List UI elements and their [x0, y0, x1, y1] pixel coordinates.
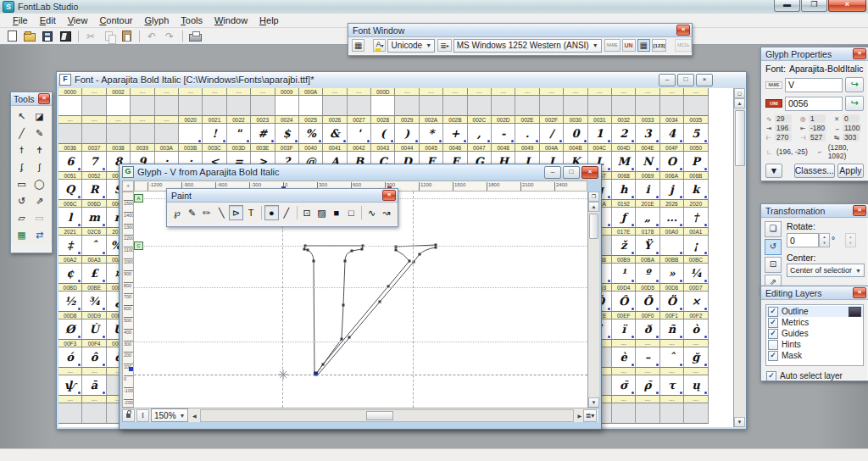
names-mode-button[interactable]: A▾ — [373, 39, 386, 52]
glyph-cell[interactable] — [58, 96, 82, 116]
glyph-vscrollbar[interactable]: ❐ ▲ ▼ — [587, 192, 599, 408]
glyph-cell[interactable] — [468, 96, 492, 116]
generate-names-button[interactable]: ABCD▸ — [675, 39, 692, 52]
glyph-cell[interactable] — [58, 403, 82, 424]
secondary-spinner[interactable]: ▲▼ — [845, 233, 856, 247]
scroll-down-arrow[interactable]: ▼ — [734, 417, 745, 427]
glyph-cell[interactable]: k — [684, 180, 708, 200]
glyph-cell[interactable]: . — [515, 124, 539, 144]
scale-tool[interactable]: ⇗ — [31, 192, 48, 209]
glyph-cell[interactable]: 1 — [588, 124, 612, 144]
font-window-toolbar-titlebar[interactable]: Font Window × — [348, 24, 692, 37]
table-view-button[interactable]: ▦ — [352, 39, 364, 52]
scroll-up-arrow[interactable]: ▲ — [734, 98, 745, 108]
glyph-cell[interactable]: ƒ — [612, 208, 636, 228]
save-button[interactable] — [39, 29, 56, 43]
glyph-cell[interactable]: ½ — [58, 292, 82, 312]
glyph-cell[interactable]: - — [492, 124, 515, 144]
rectangle-tool[interactable]: ▭ — [13, 175, 31, 192]
caps-marker[interactable]: C — [134, 242, 143, 250]
cell-size-button[interactable]: ◻ — [734, 88, 745, 98]
editing-layers-titlebar[interactable]: Editing Layers × — [761, 286, 868, 300]
glyph-cell[interactable] — [323, 96, 347, 116]
glyph-cell[interactable]: „ — [636, 208, 659, 228]
layer-checkbox-metrics[interactable]: ✓ — [768, 318, 778, 328]
glyph-cell[interactable]: Ô — [612, 292, 636, 312]
contour-edit-tool[interactable]: ⊳ — [229, 205, 242, 220]
layer-checkbox-mask[interactable]: ✓ — [768, 351, 778, 361]
glyph-cell[interactable] — [82, 124, 106, 144]
menu-help[interactable]: Help — [253, 15, 285, 25]
save-all-button[interactable] — [57, 29, 74, 43]
apply-button[interactable]: Apply — [837, 164, 864, 178]
vectorpaint-tool[interactable]: ▦ — [13, 226, 31, 243]
glyph-cell[interactable]: 0 — [564, 124, 587, 144]
glyph-cell[interactable]: $ — [275, 124, 299, 144]
glyph-cell[interactable]: ρ̄ — [636, 375, 659, 396]
glyph-cell[interactable] — [227, 96, 251, 116]
glyph-cell[interactable]: ¡ — [684, 236, 708, 256]
glyph-cell[interactable]: ) — [395, 124, 419, 144]
copy-button[interactable] — [100, 29, 117, 43]
lasso-tool[interactable]: ℘ — [170, 205, 184, 220]
glyph-cell[interactable]: ¼ — [684, 264, 708, 284]
layer-row-metrics[interactable]: ✓Metrics — [766, 317, 863, 328]
glyph-cell[interactable]: Õ — [636, 292, 659, 312]
codepage-select[interactable]: MS Windows 1252 Western (ANSI)▼ — [453, 39, 602, 53]
rotate-input[interactable]: 0 — [787, 233, 819, 247]
pen-tool[interactable]: ✎ — [185, 205, 198, 220]
glyph-cell[interactable]: Ö — [660, 292, 684, 312]
glyph-cell[interactable]: ð — [636, 319, 659, 340]
layer-checkbox-hints[interactable] — [768, 340, 778, 350]
glyph-cell[interactable]: ˆ — [82, 236, 106, 256]
slant-tool[interactable]: ▱ — [13, 209, 31, 226]
curve-trace-tool[interactable]: ↝ — [380, 205, 393, 220]
glyph-cell[interactable]: ó — [58, 347, 82, 368]
fill-black-tool[interactable]: ■ — [330, 205, 343, 220]
glyph-cell[interactable]: m — [82, 208, 106, 228]
paste-button[interactable] — [118, 29, 135, 43]
glyph-cell[interactable]: Ø — [58, 319, 82, 340]
glyph-cell[interactable]: ¢ — [58, 264, 82, 284]
lock-button[interactable] — [122, 409, 135, 422]
glyph-cell[interactable] — [107, 124, 131, 144]
show-unicode-button[interactable]: UN — [622, 39, 636, 52]
glyph-cell[interactable]: Ù — [82, 319, 106, 340]
center-select[interactable]: Center of selection▼ — [787, 264, 865, 277]
unicode-input[interactable]: 0056 — [785, 97, 843, 111]
glyph-cell[interactable] — [636, 96, 659, 116]
curve-smooth-tool[interactable]: ∿ — [364, 205, 378, 220]
eraser-tool[interactable]: ◪ — [31, 108, 48, 125]
line-tool[interactable]: ╲ — [214, 205, 228, 220]
apply-unicode-button[interactable]: ↪ — [845, 96, 864, 111]
glyph-cell[interactable] — [515, 96, 539, 116]
ellipse-tool[interactable]: ◯ — [31, 175, 48, 192]
glyph-scroll-up[interactable]: ▲ — [588, 202, 599, 212]
close-button[interactable]: × — [828, 0, 866, 12]
text-tool[interactable]: T — [244, 205, 258, 220]
app-titlebar[interactable]: S FontLab Studio ▬ ❐ × — [0, 0, 868, 14]
glyph-cell[interactable]: # — [251, 124, 275, 144]
glyph-cell[interactable] — [58, 124, 82, 144]
glyph-cell[interactable]: ų — [684, 375, 708, 396]
measure-tool[interactable]: ⇄ — [31, 226, 48, 243]
glyph-cell[interactable] — [371, 96, 395, 116]
layer-row-guides[interactable]: ✓Guides — [766, 328, 863, 339]
glyph-name-input[interactable]: V — [785, 78, 843, 92]
glyph-cell[interactable]: i — [636, 180, 659, 200]
classes-button[interactable]: Classes... — [794, 164, 835, 178]
glyph-cell[interactable]: ‡ — [58, 236, 82, 256]
open-button[interactable] — [21, 29, 38, 43]
glyph-cell[interactable]: ñ — [660, 319, 684, 340]
menu-glyph[interactable]: Glyph — [139, 15, 175, 25]
rotate-tool[interactable]: ↺ — [13, 192, 31, 209]
add-curve-point-tool[interactable]: ϯ — [13, 142, 31, 158]
layer-row-hints[interactable]: Hints — [766, 339, 863, 350]
glyph-cell[interactable]: N — [636, 152, 659, 172]
glyph-cell[interactable] — [684, 96, 708, 116]
glyph-cell[interactable]: & — [323, 124, 347, 144]
layer-panel-button[interactable]: ❐ — [588, 192, 599, 202]
glyph-hscrollbar[interactable] — [200, 409, 575, 422]
pencil-tool[interactable]: ✎ — [31, 125, 48, 142]
glyph-cell[interactable] — [299, 96, 323, 116]
